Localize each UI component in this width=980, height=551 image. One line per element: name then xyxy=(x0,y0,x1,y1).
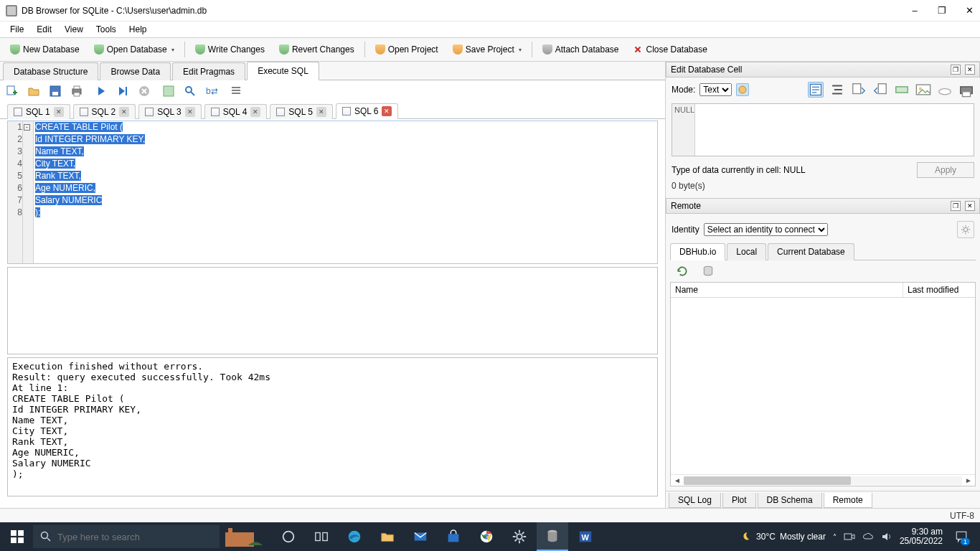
menu-help[interactable]: Help xyxy=(123,23,153,36)
sql-editor[interactable]: 12345678 - CREATE TABLE Pilot (Id INTEGE… xyxy=(7,121,658,264)
tab-edit-pragmas[interactable]: Edit Pragmas xyxy=(172,62,245,80)
close-tab-icon[interactable]: ✕ xyxy=(185,107,195,117)
tray-chevron-icon[interactable]: ˄ xyxy=(833,533,837,541)
taskbar-edge-icon[interactable] xyxy=(339,522,370,551)
taskbar-cortana-icon[interactable] xyxy=(273,522,304,551)
encoding-indicator[interactable]: UTF-8 xyxy=(950,511,974,521)
clone-db-icon[interactable] xyxy=(702,265,715,278)
taskbar-taskview-icon[interactable] xyxy=(306,522,337,551)
close-tab-icon[interactable]: ✕ xyxy=(54,107,64,117)
save-project-button[interactable]: Save Project▾ xyxy=(446,42,528,57)
taskbar-mail-icon[interactable] xyxy=(405,522,436,551)
open-sql-icon[interactable] xyxy=(27,85,40,98)
close-panel-button[interactable]: ✕ xyxy=(965,201,975,211)
tab-remote[interactable]: Remote xyxy=(824,493,872,508)
print-cell-icon[interactable] xyxy=(958,82,974,98)
print-icon[interactable] xyxy=(70,85,83,98)
close-window-button[interactable]: ✕ xyxy=(964,5,974,16)
close-tab-icon[interactable]: ✕ xyxy=(382,106,392,116)
menu-edit[interactable]: Edit xyxy=(31,23,57,36)
tab-db-schema[interactable]: DB Schema xyxy=(758,493,822,508)
sql-tab[interactable]: SQL 5✕ xyxy=(270,104,333,119)
erase-icon[interactable] xyxy=(937,82,953,98)
taskbar-settings-icon[interactable] xyxy=(504,522,535,551)
open-database-button[interactable]: Open Database▾ xyxy=(88,42,181,57)
sql-tab[interactable]: SQL 6✕ xyxy=(336,103,399,119)
taskbar-sqlitebrowser-icon[interactable] xyxy=(537,522,568,551)
results-grid[interactable] xyxy=(7,267,658,354)
find-icon[interactable] xyxy=(184,85,197,98)
col-last-modified[interactable]: Last modified xyxy=(903,283,975,297)
new-database-button[interactable]: New Database xyxy=(4,42,86,57)
cell-editor[interactable]: NULL xyxy=(672,103,974,156)
col-name[interactable]: Name xyxy=(671,283,903,297)
import-icon[interactable] xyxy=(851,82,867,98)
mode-select[interactable]: Text xyxy=(699,83,732,96)
tray-volume-icon[interactable] xyxy=(881,531,892,542)
mode-text-icon[interactable] xyxy=(808,82,824,98)
tab-execute-sql[interactable]: Execute SQL xyxy=(247,62,319,80)
tab-sql-log[interactable]: SQL Log xyxy=(669,493,721,508)
mode-rtl-icon[interactable] xyxy=(829,82,845,98)
close-tab-icon[interactable]: ✕ xyxy=(250,107,260,117)
tab-dbhub[interactable]: DBHub.io xyxy=(670,243,725,260)
tab-local[interactable]: Local xyxy=(727,243,766,260)
menu-tools[interactable]: Tools xyxy=(90,23,122,36)
maximize-button[interactable]: ❐ xyxy=(937,5,947,16)
sql-tab[interactable]: SQL 2✕ xyxy=(73,104,136,119)
stop-icon[interactable] xyxy=(138,85,151,98)
run-icon[interactable] xyxy=(95,85,108,98)
apply-button[interactable]: Apply xyxy=(917,162,974,178)
tab-plot[interactable]: Plot xyxy=(722,493,756,508)
attach-database-button[interactable]: Attach Database xyxy=(536,42,626,57)
tab-browse-data[interactable]: Browse Data xyxy=(100,62,171,80)
tab-current-database[interactable]: Current Database xyxy=(768,243,854,260)
menu-view[interactable]: View xyxy=(59,23,89,36)
taskbar-explorer-icon[interactable] xyxy=(372,522,403,551)
revert-changes-button[interactable]: Revert Changes xyxy=(273,42,361,57)
identity-settings-button[interactable] xyxy=(957,221,974,238)
editor-code-area[interactable]: CREATE TABLE Pilot (Id INTEGER PRIMARY K… xyxy=(34,121,657,263)
taskbar-store-icon[interactable] xyxy=(438,522,469,551)
tray-meet-now-icon[interactable] xyxy=(844,531,855,542)
taskbar-notifications[interactable]: 1 xyxy=(950,525,973,548)
close-tab-icon[interactable]: ✕ xyxy=(316,107,326,117)
close-tab-icon[interactable]: ✕ xyxy=(119,107,129,117)
open-project-button[interactable]: Open Project xyxy=(369,42,445,57)
taskbar-chrome-icon[interactable] xyxy=(471,522,502,551)
write-changes-button[interactable]: Write Changes xyxy=(189,42,271,57)
horizontal-scrollbar[interactable]: ◄ ► xyxy=(671,474,975,486)
refresh-icon[interactable] xyxy=(676,265,689,278)
remote-file-list[interactable]: Name Last modified ◄ ► xyxy=(670,282,976,486)
scroll-left-icon[interactable]: ◄ xyxy=(672,476,682,484)
taskbar-weather[interactable]: 30°C Mostly clear xyxy=(739,530,826,543)
taskbar-clock[interactable]: 9:30 am 25/05/2022 xyxy=(900,527,943,546)
undock-panel-button[interactable]: ❐ xyxy=(951,65,961,75)
sql-tab[interactable]: SQL 1✕ xyxy=(7,104,70,119)
taskbar-search-input[interactable] xyxy=(57,532,212,542)
scroll-right-icon[interactable]: ► xyxy=(963,476,974,484)
undock-panel-button[interactable]: ❐ xyxy=(951,201,961,211)
find-replace-icon[interactable]: b⇄ xyxy=(205,85,218,98)
indent-icon[interactable] xyxy=(230,85,242,98)
save-results-icon[interactable] xyxy=(162,85,175,98)
save-sql-icon[interactable] xyxy=(49,85,62,98)
sql-tab[interactable]: SQL 3✕ xyxy=(138,104,202,119)
tab-database-structure[interactable]: Database Structure xyxy=(3,62,98,80)
menu-file[interactable]: File xyxy=(4,23,29,36)
taskbar-search[interactable] xyxy=(33,525,220,548)
run-line-icon[interactable] xyxy=(116,85,129,98)
tray-onedrive-icon[interactable] xyxy=(862,531,874,542)
sql-tab[interactable]: SQL 4✕ xyxy=(204,104,268,119)
new-tab-icon[interactable] xyxy=(6,85,19,98)
start-button[interactable] xyxy=(3,522,32,551)
identity-select[interactable]: Select an identity to connect xyxy=(704,223,828,236)
export-icon[interactable] xyxy=(872,82,888,98)
autoformat-icon[interactable] xyxy=(736,83,749,96)
taskbar-word-icon[interactable]: W xyxy=(570,522,601,551)
close-database-button[interactable]: Close Database xyxy=(626,42,713,57)
close-panel-button[interactable]: ✕ xyxy=(965,65,975,75)
minimize-button[interactable]: – xyxy=(910,5,920,16)
insert-image-icon[interactable] xyxy=(915,82,931,98)
set-null-icon[interactable] xyxy=(894,82,910,98)
